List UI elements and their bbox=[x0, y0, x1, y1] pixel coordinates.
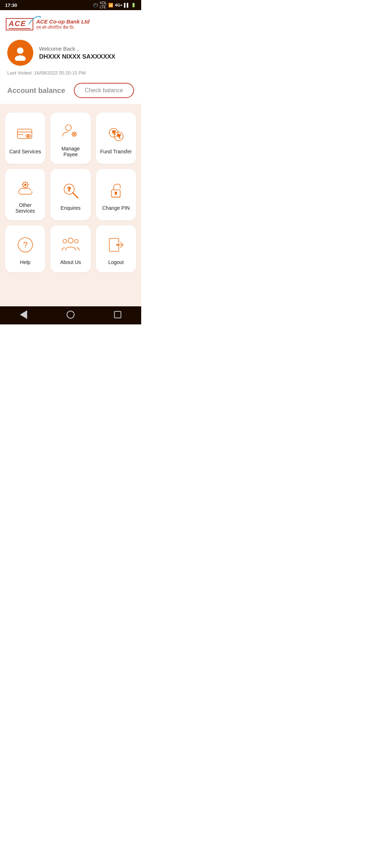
enquires-icon: ? bbox=[60, 180, 81, 201]
account-balance-label: Account balance bbox=[7, 86, 65, 95]
logo-curve-icon bbox=[28, 14, 41, 25]
recents-button[interactable] bbox=[111, 308, 124, 321]
home-button[interactable] bbox=[64, 308, 77, 321]
svg-line-31 bbox=[27, 182, 28, 183]
svg-text:* * * *: * * * * bbox=[112, 196, 120, 200]
welcome-text: Welcome Back , bbox=[39, 46, 115, 52]
grid-item-card-services[interactable]: Card Services bbox=[5, 112, 45, 164]
svg-line-32 bbox=[23, 186, 24, 187]
status-time: 17:30 bbox=[5, 3, 17, 8]
user-name: DHXXX NIXXX SAXXXXXX bbox=[39, 53, 115, 60]
grid-item-fund-transfer[interactable]: ₹ ₹ Fund Transfer bbox=[96, 112, 136, 164]
svg-line-29 bbox=[23, 182, 24, 183]
svg-line-16 bbox=[75, 136, 76, 136]
svg-line-17 bbox=[75, 132, 76, 133]
other-services-icon bbox=[15, 178, 35, 198]
svg-point-44 bbox=[75, 239, 78, 243]
grid-item-logout[interactable]: Logout bbox=[96, 225, 136, 272]
about-us-label: About Us bbox=[60, 259, 81, 265]
back-button[interactable] bbox=[17, 308, 30, 321]
change-pin-label: Change PIN bbox=[102, 205, 130, 211]
fund-transfer-label: Fund Transfer bbox=[100, 149, 132, 154]
grid-item-change-pin[interactable]: * * * * Change PIN bbox=[96, 169, 136, 220]
svg-rect-38 bbox=[115, 193, 117, 195]
svg-point-24 bbox=[24, 184, 26, 186]
svg-text:₹: ₹ bbox=[117, 133, 121, 139]
services-grid: Card Services bbox=[5, 112, 136, 272]
grid-item-enquires[interactable]: ? Enquires bbox=[50, 169, 91, 220]
profile-section: Welcome Back , DHXXX NIXXX SAXXXXXX bbox=[0, 36, 141, 68]
bank-name-hindi: एस को-ऑपरेटिव बैंक लि. bbox=[36, 25, 90, 30]
svg-line-15 bbox=[72, 132, 73, 133]
grid-item-other-services[interactable]: Other Services bbox=[5, 169, 45, 220]
svg-line-18 bbox=[72, 136, 73, 136]
other-services-label: Other Services bbox=[9, 202, 42, 214]
logout-label: Logout bbox=[108, 259, 124, 265]
ace-logo: ACE bbox=[6, 18, 33, 30]
svg-line-30 bbox=[27, 186, 28, 187]
balance-row: Account balance Check balance bbox=[0, 79, 141, 104]
services-grid-section: Card Services bbox=[0, 104, 141, 306]
svg-point-2 bbox=[15, 55, 26, 61]
svg-point-7 bbox=[27, 135, 29, 137]
app-header: ACE ACE Co-op Bank Ltd एस को-ऑपरेटिव बैं… bbox=[0, 10, 141, 36]
enquires-label: Enquires bbox=[60, 205, 80, 211]
svg-point-47 bbox=[117, 244, 118, 246]
last-visited: Last Visited :16/08/2022 05:20:15 PM bbox=[0, 68, 141, 79]
logout-icon bbox=[106, 235, 126, 255]
help-icon: ? bbox=[15, 235, 35, 255]
bottom-navigation bbox=[0, 306, 141, 324]
check-balance-button[interactable]: Check balance bbox=[74, 83, 134, 98]
fund-transfer-icon: ₹ ₹ bbox=[106, 124, 126, 144]
svg-point-1 bbox=[17, 47, 24, 54]
help-label: Help bbox=[20, 259, 30, 265]
grid-item-about-us[interactable]: About Us bbox=[50, 225, 91, 272]
logo-section: ACE ACE Co-op Bank Ltd एस को-ऑपरेटिव बैं… bbox=[6, 15, 90, 33]
card-services-label: Card Services bbox=[9, 149, 41, 154]
manage-payee-icon bbox=[60, 121, 81, 141]
card-services-icon bbox=[15, 124, 35, 144]
status-icons: 📳 VOLLTE 📶 4G+ ▌▌ 🔋 bbox=[93, 1, 136, 9]
svg-point-43 bbox=[63, 239, 67, 243]
change-pin-icon: * * * * bbox=[106, 180, 126, 201]
grid-item-help[interactable]: ? Help bbox=[5, 225, 45, 272]
svg-point-8 bbox=[66, 125, 71, 131]
svg-line-34 bbox=[73, 193, 78, 198]
svg-text:?: ? bbox=[67, 186, 71, 192]
bank-name-block: ACE Co-op Bank Ltd एस को-ऑपरेटिव बैंक लि… bbox=[36, 18, 90, 30]
manage-payee-label: Manage Payee bbox=[54, 146, 87, 157]
about-us-icon bbox=[60, 235, 81, 255]
svg-text:?: ? bbox=[23, 240, 28, 249]
svg-point-10 bbox=[73, 133, 75, 135]
avatar bbox=[7, 40, 33, 66]
bank-name-english: ACE Co-op Bank Ltd bbox=[36, 18, 90, 25]
svg-point-42 bbox=[68, 238, 73, 243]
user-icon bbox=[12, 45, 28, 61]
grid-item-manage-payee[interactable]: Manage Payee bbox=[50, 112, 91, 164]
status-bar: 17:30 📳 VOLLTE 📶 4G+ ▌▌ 🔋 bbox=[0, 0, 141, 10]
